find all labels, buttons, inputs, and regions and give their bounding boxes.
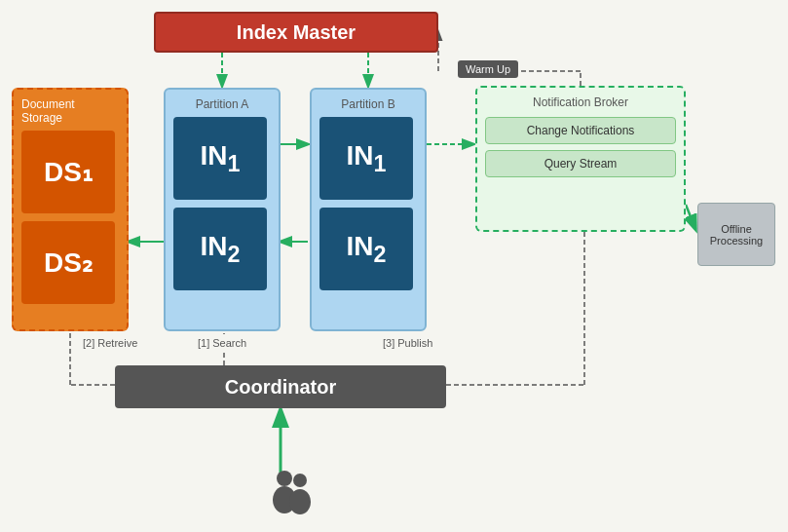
document-storage: Document Storage DS₁ DS₂ [12, 88, 129, 331]
in2-a-box: IN2 [173, 208, 267, 290]
doc-storage-label: Document Storage [21, 97, 119, 125]
in2-b-label: IN2 [347, 231, 387, 268]
in1-a-box: IN1 [173, 117, 267, 200]
coordinator-label: Coordinator [225, 376, 336, 399]
retrieve-label: [2] Retreive [80, 336, 140, 350]
partition-a: Partition A IN1 IN2 [164, 88, 281, 331]
person-icon [263, 469, 321, 522]
publish-label: [3] Publish [380, 336, 435, 350]
svg-point-19 [289, 489, 311, 514]
notification-broker: Notification Broker Change Notifications… [475, 86, 686, 232]
partition-a-label: Partition A [173, 97, 271, 111]
svg-point-18 [293, 474, 307, 487]
in1-a-label: IN1 [201, 140, 241, 177]
broker-label: Notification Broker [485, 95, 676, 109]
search-label: [1] Search [195, 336, 249, 350]
coordinator-box: Coordinator [115, 365, 446, 408]
offline-processing-label: Offline Processing [698, 223, 774, 247]
change-notifications: Change Notifications [485, 117, 676, 144]
diagram-container: Index Master Warm Up Document Storage DS… [0, 0, 788, 532]
svg-line-8 [686, 205, 695, 229]
in2-a-label: IN2 [201, 231, 241, 268]
in1-b-box: IN1 [319, 117, 413, 200]
partition-b-label: Partition B [319, 97, 417, 111]
person-svg [263, 469, 321, 522]
in1-b-label: IN1 [347, 140, 387, 177]
index-master-box: Index Master [154, 12, 438, 53]
warm-up-label: Warm Up [458, 60, 518, 78]
index-master-label: Index Master [237, 21, 356, 44]
svg-point-16 [277, 471, 292, 486]
partition-b: Partition B IN1 IN2 [310, 88, 427, 331]
ds2-box: DS₂ [21, 221, 115, 304]
ds2-label: DS₂ [44, 247, 93, 279]
in2-b-box: IN2 [319, 208, 413, 290]
offline-processing: Offline Processing [697, 203, 775, 266]
query-stream: Query Stream [485, 150, 676, 177]
ds1-label: DS₁ [44, 156, 93, 188]
ds1-box: DS₁ [21, 131, 115, 213]
